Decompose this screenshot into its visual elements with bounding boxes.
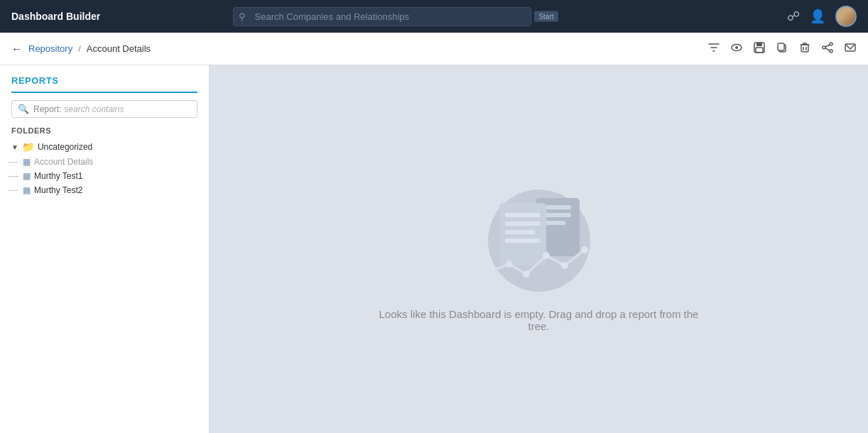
svg-point-27: [506, 261, 513, 268]
copy-icon[interactable]: [776, 41, 788, 57]
app-title: Dashboard Builder: [11, 11, 100, 22]
sidebar: REPORTS 🔍 Report: FOLDERS ▼ 📁 Uncategori…: [0, 65, 210, 433]
svg-rect-22: [505, 213, 541, 217]
grid-icon-2: ▦: [23, 171, 31, 181]
filter-icon[interactable]: [707, 41, 720, 57]
report-search-label: Report:: [33, 104, 61, 114]
tree-item-murthy-test1[interactable]: ▦ Murthy Test1: [18, 169, 209, 183]
reports-title: REPORTS: [11, 75, 197, 93]
report-search-input[interactable]: [64, 104, 191, 114]
svg-point-11: [823, 46, 825, 49]
svg-point-28: [523, 270, 530, 278]
nav-right-icons: ☍ 👤: [787, 6, 857, 27]
folder-name: Uncategorized: [38, 142, 92, 152]
breadcrumb-current-page: Account Details: [87, 43, 151, 54]
chevron-down-icon: ▼: [11, 143, 18, 151]
empty-state-message: Looks like this Dashboard is empty. Drag…: [369, 308, 710, 332]
tree-children: ▦ Account Details ▦ Murthy Test1 ▦ Murth…: [7, 155, 209, 197]
avatar[interactable]: [835, 6, 857, 27]
breadcrumb: ← Repository / Account Details: [11, 43, 707, 55]
svg-point-31: [581, 246, 588, 253]
tree-item-murthy-test2[interactable]: ▦ Murthy Test2: [18, 183, 209, 197]
svg-point-12: [830, 50, 832, 53]
svg-rect-4: [756, 48, 763, 53]
svg-point-30: [561, 262, 568, 269]
breadcrumb-repository-link[interactable]: Repository: [28, 43, 72, 54]
tree-folder-uncategorized[interactable]: ▼ 📁 Uncategorized: [7, 139, 209, 155]
report-search-icon: 🔍: [18, 104, 29, 114]
delete-icon[interactable]: [798, 41, 811, 57]
breadcrumb-separator: /: [78, 43, 81, 54]
top-navbar: Dashboard Builder ⚲ Start ☍ 👤: [0, 0, 868, 33]
svg-line-13: [825, 45, 830, 47]
breadcrumb-bar: ← Repository / Account Details: [0, 33, 868, 65]
svg-point-1: [735, 46, 738, 49]
main-content-area: Looks like this Dashboard is empty. Drag…: [210, 65, 868, 433]
tree-item-account-details[interactable]: ▦ Account Details: [18, 155, 209, 169]
svg-point-29: [543, 252, 550, 259]
svg-rect-6: [778, 43, 784, 50]
file-tree: ▼ 📁 Uncategorized ▦ Account Details ▦ Mu…: [0, 139, 209, 197]
grid-icon-3: ▦: [23, 185, 31, 195]
svg-point-26: [487, 268, 494, 275]
eye-icon[interactable]: [730, 41, 743, 57]
item-label-account-details: Account Details: [34, 157, 93, 167]
svg-rect-24: [505, 230, 535, 234]
svg-rect-3: [756, 43, 762, 46]
empty-state-illustration: [475, 166, 603, 294]
svg-rect-23: [505, 221, 541, 226]
share-icon[interactable]: [821, 41, 834, 57]
book-icon[interactable]: ☍: [787, 9, 800, 24]
sidebar-header: REPORTS 🔍 Report:: [0, 65, 209, 126]
back-button[interactable]: ←: [11, 43, 23, 55]
toolbar-icons: [707, 41, 857, 57]
search-input[interactable]: [233, 7, 531, 26]
global-search-bar[interactable]: ⚲ Start: [233, 7, 531, 26]
svg-line-14: [825, 48, 830, 50]
item-label-murthy-test1: Murthy Test1: [34, 171, 82, 181]
save-icon[interactable]: [753, 41, 766, 57]
folders-label: FOLDERS: [0, 126, 209, 139]
people-icon[interactable]: 👤: [810, 9, 825, 24]
report-search-row[interactable]: 🔍 Report:: [11, 100, 197, 118]
grid-icon-1: ▦: [23, 157, 31, 167]
main-layout: REPORTS 🔍 Report: FOLDERS ▼ 📁 Uncategori…: [0, 65, 868, 433]
search-icon: ⚲: [239, 11, 246, 22]
svg-rect-25: [505, 239, 541, 243]
start-badge: Start: [534, 11, 558, 22]
email-icon[interactable]: [844, 41, 857, 57]
folder-icon: 📁: [22, 141, 34, 153]
svg-point-10: [830, 43, 832, 45]
item-label-murthy-test2: Murthy Test2: [34, 185, 82, 195]
svg-rect-7: [801, 45, 808, 52]
